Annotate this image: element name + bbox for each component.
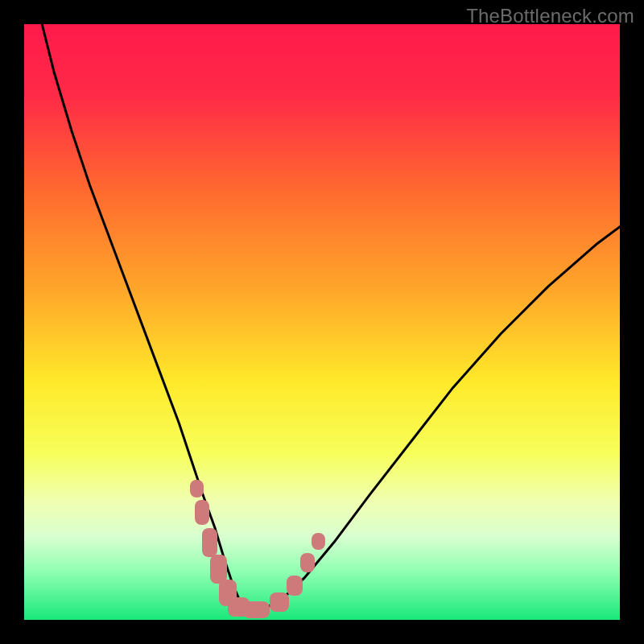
curve-marker [202, 528, 217, 557]
curve-marker [190, 480, 203, 497]
curve-marker [243, 601, 270, 618]
curve-marker [312, 533, 324, 550]
curve-marker [195, 500, 209, 525]
chart-frame: TheBottleneck.com [0, 0, 644, 644]
bottleneck-curve [24, 24, 620, 620]
curve-marker [300, 553, 315, 572]
plot-area [24, 24, 620, 620]
curve-marker [287, 576, 303, 596]
curve-marker [270, 592, 289, 612]
watermark-text: TheBottleneck.com [466, 5, 634, 27]
